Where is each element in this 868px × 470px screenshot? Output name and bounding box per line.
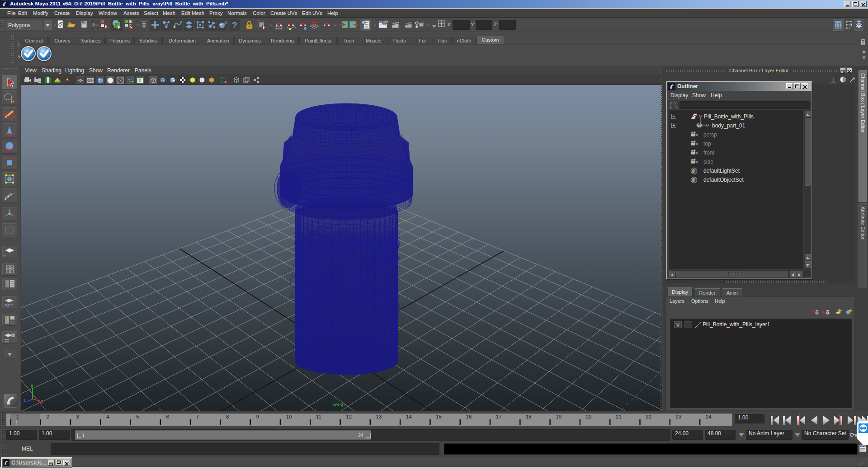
- svg-text:18: 18: [526, 414, 532, 419]
- svg-text:3: 3: [76, 414, 79, 419]
- svg-text:16: 16: [466, 414, 472, 419]
- svg-text:14: 14: [406, 414, 412, 419]
- svg-text:1: 1: [16, 414, 19, 419]
- svg-text:5: 5: [136, 414, 139, 419]
- svg-text:?: ?: [232, 20, 237, 30]
- svg-text:4: 4: [106, 414, 109, 419]
- svg-text:10: 10: [286, 414, 292, 419]
- svg-text:19: 19: [556, 414, 561, 419]
- svg-text:y: y: [31, 383, 33, 388]
- svg-text:z: z: [24, 398, 26, 403]
- svg-text:persp: persp: [332, 402, 345, 407]
- svg-text:IPR: IPR: [406, 24, 411, 28]
- svg-text:12: 12: [346, 414, 352, 419]
- svg-text:15: 15: [436, 414, 442, 419]
- svg-text:11: 11: [316, 414, 321, 419]
- svg-text:20: 20: [586, 414, 592, 419]
- svg-text:21: 21: [616, 414, 622, 419]
- svg-text:13: 13: [376, 414, 382, 419]
- svg-text:8: 8: [226, 414, 229, 419]
- svg-text:6: 6: [166, 414, 169, 419]
- svg-text:22: 22: [646, 414, 651, 419]
- svg-text:2: 2: [46, 414, 49, 419]
- svg-text:24: 24: [706, 414, 712, 419]
- svg-text:9: 9: [256, 414, 259, 419]
- svg-text:x: x: [41, 399, 43, 404]
- svg-text:17: 17: [496, 414, 502, 419]
- svg-text:7: 7: [196, 414, 199, 419]
- svg-text:23: 23: [676, 414, 682, 419]
